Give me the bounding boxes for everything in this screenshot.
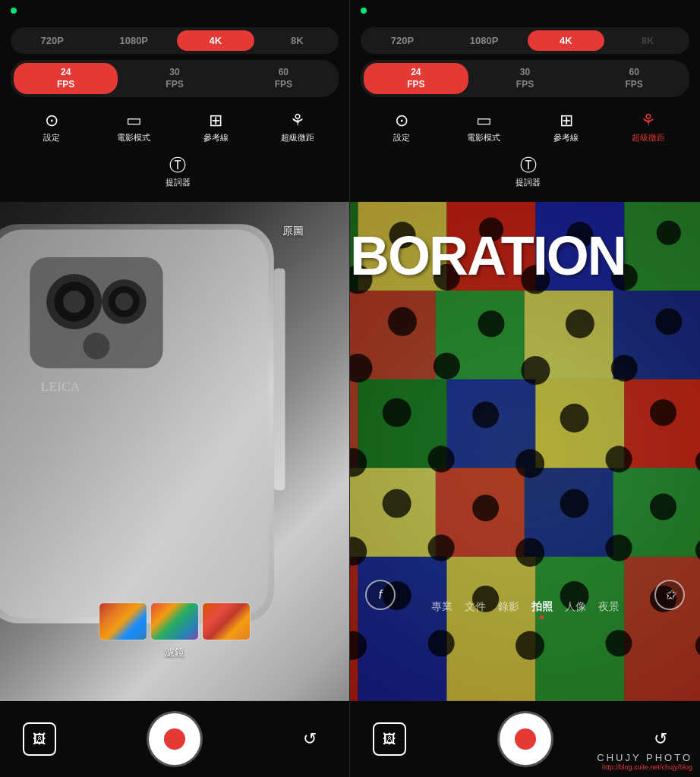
left-menu-single: Ⓣ 提詞器 xyxy=(11,151,339,194)
left-menu-cinema[interactable]: ▭ 電影模式 xyxy=(93,106,175,146)
mode-doc[interactable]: 文件 xyxy=(465,600,486,619)
right-status-dot xyxy=(361,8,367,14)
svg-point-73 xyxy=(428,446,455,473)
right-fps-30[interactable]: 30FPS xyxy=(473,63,578,94)
left-menu-teleprompter-label: 提詞器 xyxy=(166,177,191,188)
right-gallery-button[interactable]: 🖼 xyxy=(373,722,406,756)
mode-video[interactable]: 錄影 xyxy=(498,600,519,619)
left-gallery-icon: 🖼 xyxy=(33,731,46,747)
right-fps-24[interactable]: 24FPS xyxy=(364,63,468,94)
svg-rect-40 xyxy=(446,557,535,701)
svg-point-67 xyxy=(383,398,411,427)
filter-thumb-1[interactable] xyxy=(99,602,147,640)
left-status-bar xyxy=(0,0,349,21)
right-resolution-row: 720P 1080P 4K 8K xyxy=(361,27,689,54)
left-flip-button[interactable]: ↺ xyxy=(293,722,326,756)
macro-icon: ⚘ xyxy=(290,112,305,129)
right-res-720p[interactable]: 720P xyxy=(364,30,441,51)
right-settings-icon: ⊙ xyxy=(395,112,408,129)
left-res-8k[interactable]: 8K xyxy=(259,30,336,51)
right-menu-grid: ⊙ 設定 ▭ 電影模式 ⊞ 參考線 ⚘ 超級微距 xyxy=(361,106,689,146)
left-fps-24[interactable]: 24FPS xyxy=(14,63,118,94)
left-menu-macro[interactable]: ⚘ 超級微距 xyxy=(257,106,339,146)
left-menu-teleprompter[interactable]: Ⓣ 提詞器 xyxy=(17,151,339,191)
svg-point-9 xyxy=(115,293,133,310)
svg-point-85 xyxy=(516,538,544,567)
left-res-1080p[interactable]: 1080P xyxy=(96,30,173,51)
right-menu-settings-label: 設定 xyxy=(393,132,410,143)
left-menu-grid: ⊙ 設定 ▭ 電影模式 ⊞ 參考線 ⚘ 超級微距 xyxy=(11,106,339,146)
left-viewfinder: LEICA 原圖 濾鏡 xyxy=(0,202,349,701)
right-grid-icon: ⊞ xyxy=(560,112,573,129)
right-menu-settings[interactable]: ⊙ 設定 xyxy=(361,106,443,146)
right-menu-grid-lines[interactable]: ⊞ 參考線 xyxy=(525,106,607,146)
watermark-name: CHUJY PHOTO xyxy=(597,752,692,763)
right-flip-button[interactable]: ↺ xyxy=(644,722,677,756)
right-menu-teleprompter-label: 提詞器 xyxy=(516,177,541,188)
svg-rect-42 xyxy=(624,557,700,701)
right-menu-macro[interactable]: ⚘ 超級微距 xyxy=(607,106,689,146)
watermark: CHUJY PHOTO http://blog.xuite.net/chujy/… xyxy=(597,752,692,771)
right-controls: 720P 1080P 4K 8K 24FPS 30FPS 60FPS ⊙ 設定 … xyxy=(350,21,700,202)
svg-point-58 xyxy=(566,310,594,338)
svg-point-63 xyxy=(521,356,550,385)
left-menu-grid-lines[interactable]: ⊞ 參考線 xyxy=(175,106,257,146)
left-resolution-row: 720P 1080P 4K 8K xyxy=(11,27,339,54)
right-res-1080p[interactable]: 1080P xyxy=(446,30,523,51)
right-menu-cinema-label: 電影模式 xyxy=(467,132,500,143)
filter-thumbnails xyxy=(99,602,251,640)
left-res-4k[interactable]: 4K xyxy=(177,30,254,51)
filter-thumb-3[interactable] xyxy=(202,602,251,640)
left-res-720p[interactable]: 720P xyxy=(14,30,91,51)
left-record-inner xyxy=(164,728,185,750)
right-menu-cinema[interactable]: ▭ 電影模式 xyxy=(443,106,525,146)
left-fps-60[interactable]: 60FPS xyxy=(232,63,336,94)
mode-portrait[interactable]: 人像 xyxy=(565,600,586,619)
svg-point-64 xyxy=(611,355,638,382)
right-menu-teleprompter[interactable]: Ⓣ 提詞器 xyxy=(367,151,689,191)
left-menu-cinema-label: 電影模式 xyxy=(117,132,150,143)
left-fps-30[interactable]: 30FPS xyxy=(122,63,226,94)
filter-label: 濾鏡 xyxy=(165,646,184,659)
mode-active-dot xyxy=(540,615,544,619)
right-cinema-icon: ▭ xyxy=(476,112,492,129)
svg-point-62 xyxy=(434,353,460,379)
svg-rect-41 xyxy=(535,557,624,701)
svg-point-84 xyxy=(428,535,455,562)
svg-point-78 xyxy=(383,489,411,518)
mode-pro[interactable]: 專業 xyxy=(431,600,452,619)
left-menu-settings[interactable]: ⊙ 設定 xyxy=(11,106,93,146)
right-macro-icon: ⚘ xyxy=(641,112,656,129)
svg-point-56 xyxy=(388,307,417,336)
svg-point-10 xyxy=(83,333,109,360)
original-label: 原圖 xyxy=(282,225,304,238)
right-menu-macro-label: 超級微距 xyxy=(632,132,665,143)
watermark-url: http://blog.xuite.net/chujy/blog xyxy=(597,763,692,771)
right-teleprompter-icon: Ⓣ xyxy=(520,157,537,174)
mode-night[interactable]: 夜景 xyxy=(598,600,620,619)
right-flip-icon: ↺ xyxy=(654,729,667,749)
left-record-button[interactable] xyxy=(149,713,200,765)
svg-rect-12 xyxy=(274,269,285,490)
right-phone-panel: 720P 1080P 4K 8K 24FPS 30FPS 60FPS ⊙ 設定 … xyxy=(350,0,700,777)
left-menu-settings-label: 設定 xyxy=(43,132,60,143)
right-res-4k[interactable]: 4K xyxy=(528,30,605,51)
svg-point-81 xyxy=(650,494,676,521)
svg-point-69 xyxy=(560,404,589,433)
right-fps-60[interactable]: 60FPS xyxy=(582,63,686,94)
filter-thumb-2[interactable] xyxy=(150,602,199,640)
right-gallery-icon: 🖼 xyxy=(383,731,396,747)
svg-point-80 xyxy=(560,489,589,518)
teleprompter-icon: Ⓣ xyxy=(169,157,186,174)
grid-icon: ⊞ xyxy=(209,112,222,129)
mode-photo[interactable]: 拍照 xyxy=(531,600,553,619)
left-menu-macro-label: 超級微距 xyxy=(281,132,314,143)
right-record-button[interactable] xyxy=(500,713,551,765)
cinema-icon: ▭ xyxy=(126,112,142,129)
svg-point-68 xyxy=(472,401,499,428)
left-status-dot xyxy=(11,8,17,14)
right-record-inner xyxy=(515,728,536,750)
right-res-8k[interactable]: 8K xyxy=(609,30,686,51)
left-gallery-button[interactable]: 🖼 xyxy=(23,722,56,756)
svg-rect-38 xyxy=(350,557,358,701)
